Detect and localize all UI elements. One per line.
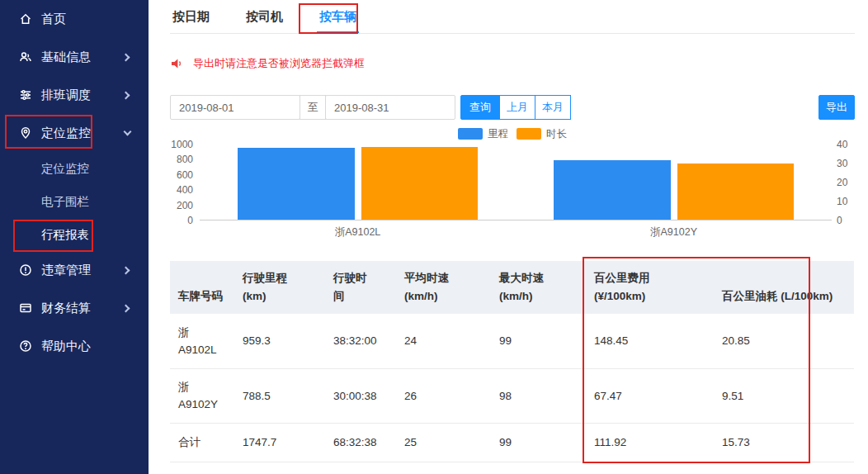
filter-bar: 至 查询 上月 本月 导出	[170, 95, 855, 120]
tab-by-date[interactable]: 按日期	[170, 0, 212, 33]
axis-tick: 200	[177, 200, 193, 211]
axis-tick: 400	[177, 184, 193, 196]
axis-tick: 30	[837, 158, 847, 169]
table-row-total: 合计 1747.7 68:32:38 25 99 111.92 15.73	[170, 423, 854, 462]
mileage-swatch	[458, 128, 483, 140]
sidebar-item-label: 帮助中心	[41, 339, 149, 354]
home-icon	[18, 12, 33, 26]
sidebar-item-help[interactable]: 帮助中心	[0, 327, 149, 365]
table-row: 浙A9102L 959.3 38:32:00 24 99 148.45 20.8…	[170, 314, 854, 368]
chevron-down-icon	[124, 128, 132, 136]
bar-group	[200, 145, 516, 220]
sidebar-subitem-label: 电子围栏	[41, 194, 89, 210]
chart-category-label: 浙A9102Y	[516, 225, 832, 239]
axis-tick: 1000	[171, 139, 193, 150]
axis-tick: 40	[837, 139, 847, 150]
chevron-right-icon	[122, 53, 130, 61]
chart-category-labels: 浙A9102L浙A9102Y	[200, 225, 832, 239]
legend-label: 时长	[546, 127, 567, 141]
cell-max-speed: 99	[491, 423, 586, 462]
sidebar-item-label: 基础信息	[41, 50, 123, 65]
col-header-cost-per-100: 百公里费用 (¥/100km)	[586, 261, 714, 314]
cell-plate: 浙A9102L	[170, 314, 234, 368]
main-content: 按日期 按司机 按车辆 导出时请注意是否被浏览器拦截弹框 至 查询 上月 本月 …	[149, 0, 868, 474]
speaker-icon	[170, 57, 183, 70]
sidebar-subitem-trip-report[interactable]: 行程报表	[0, 218, 149, 251]
col-header-drive-time: 行驶时间	[325, 261, 396, 314]
chevron-right-icon	[122, 91, 130, 99]
cell-avg-speed: 26	[396, 368, 491, 423]
cell-fuel-per-100: 20.85	[714, 314, 854, 368]
bar-里程	[554, 160, 671, 220]
sidebar-item-label: 定位监控	[41, 126, 125, 141]
finance-icon	[18, 301, 33, 315]
chart-legend: 里程 时长	[170, 128, 855, 140]
sidebar: 首页 基础信息 排班调度 定位监控 定位监控	[0, 0, 149, 474]
sidebar-item-basic-info[interactable]: 基础信息	[0, 38, 149, 76]
col-header-mileage: 行驶里程 (km)	[234, 261, 325, 314]
cell-drive-time: 30:00:38	[325, 368, 396, 423]
tab-by-driver[interactable]: 按司机	[243, 0, 285, 33]
bar-时长	[677, 164, 795, 220]
axis-tick: 800	[177, 154, 193, 165]
cell-cost-per-100: 111.92	[586, 423, 714, 462]
date-from-input[interactable]	[170, 95, 300, 120]
sidebar-item-home[interactable]: 首页	[0, 0, 149, 38]
legend-item-duration[interactable]: 时长	[517, 127, 567, 141]
legend-label: 里程	[488, 127, 508, 141]
bar-group	[516, 145, 832, 220]
bar-里程	[238, 148, 355, 220]
trip-report-table: 车牌号码 行驶里程 (km) 行驶时间 平均时速 (km/h) 最大时速 (km…	[170, 261, 854, 462]
cell-fuel-per-100: 9.51	[714, 368, 854, 423]
bar-chart: 1000 800 600 400 200 0 40 30 20 10 0	[170, 145, 855, 220]
export-notice: 导出时请注意是否被浏览器拦截弹框	[170, 55, 855, 72]
chevron-right-icon	[122, 304, 130, 312]
axis-tick: 20	[837, 177, 847, 188]
location-icon	[18, 126, 33, 140]
cell-fuel-per-100: 15.73	[714, 423, 854, 462]
col-header-plate: 车牌号码	[170, 261, 234, 314]
chart-category-label: 浙A9102L	[200, 225, 516, 239]
sidebar-item-finance[interactable]: 财务结算	[0, 289, 149, 327]
export-button[interactable]: 导出	[818, 95, 855, 120]
col-header-avg-speed: 平均时速 (km/h)	[396, 261, 491, 314]
axis-tick: 600	[177, 169, 193, 181]
this-month-button[interactable]: 本月	[535, 95, 571, 120]
sidebar-item-violation[interactable]: 违章管理	[0, 251, 149, 289]
table-header-row: 车牌号码 行驶里程 (km) 行驶时间 平均时速 (km/h) 最大时速 (km…	[170, 261, 854, 314]
axis-tick: 0	[187, 215, 193, 226]
cell-mileage: 959.3	[234, 314, 325, 368]
cell-max-speed: 98	[491, 368, 586, 423]
cell-cost-per-100: 67.47	[586, 368, 714, 423]
query-button[interactable]: 查询	[460, 95, 500, 120]
chart-plot-area	[200, 145, 832, 220]
tab-bar: 按日期 按司机 按车辆	[170, 0, 855, 34]
sidebar-item-label: 排班调度	[41, 88, 123, 103]
sidebar-item-label: 违章管理	[41, 263, 123, 278]
sidebar-subitem-location-monitor[interactable]: 定位监控	[0, 152, 149, 185]
col-header-max-speed: 最大时速 (km/h)	[491, 261, 586, 314]
last-month-button[interactable]: 上月	[499, 95, 535, 120]
cell-mileage: 1747.7	[234, 423, 325, 462]
cell-avg-speed: 25	[396, 423, 491, 462]
date-to-input[interactable]	[325, 95, 455, 120]
cell-avg-speed: 24	[396, 314, 491, 368]
right-y-axis: 40 30 20 10 0	[832, 145, 855, 220]
sidebar-item-label: 财务结算	[41, 301, 123, 316]
sidebar-item-dispatch[interactable]: 排班调度	[0, 76, 149, 114]
sidebar-item-location-monitor[interactable]: 定位监控	[0, 114, 149, 152]
sidebar-subitem-label: 定位监控	[41, 161, 89, 177]
sidebar-subitem-geofence[interactable]: 电子围栏	[0, 185, 149, 218]
dispatch-icon	[18, 88, 33, 102]
bar-时长	[361, 147, 479, 220]
duration-swatch	[517, 128, 541, 140]
tab-by-vehicle[interactable]: 按车辆	[317, 0, 359, 33]
legend-item-mileage[interactable]: 里程	[458, 127, 508, 141]
cell-plate: 浙A9102Y	[170, 368, 234, 423]
cell-drive-time: 68:32:38	[325, 423, 396, 462]
basic-info-icon	[18, 50, 33, 64]
help-icon	[18, 339, 33, 353]
table-row: 浙A9102Y 788.5 30:00:38 26 98 67.47 9.51	[170, 368, 854, 423]
page: 首页 基础信息 排班调度 定位监控 定位监控	[0, 0, 868, 474]
axis-tick: 0	[837, 215, 842, 226]
